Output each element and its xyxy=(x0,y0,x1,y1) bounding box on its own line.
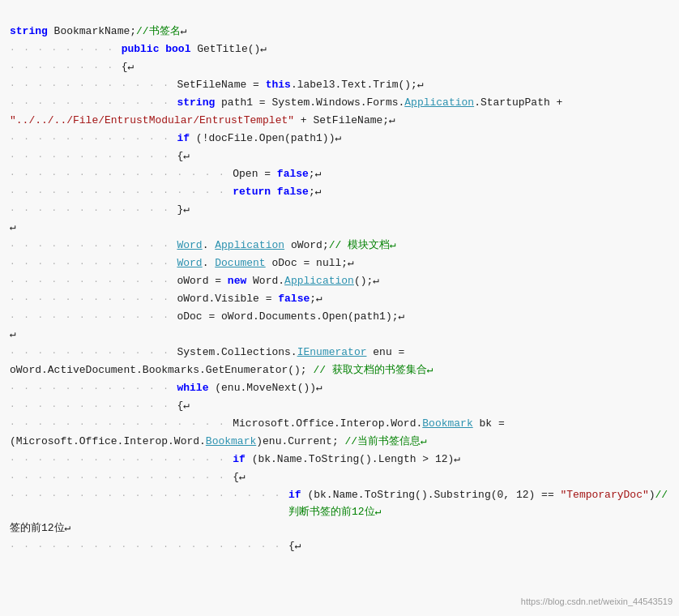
line: · · · · · · · · · · · · · · · · return f… xyxy=(10,184,669,202)
token-plain: (Microsoft.Office.Interop.Word. xyxy=(10,435,206,447)
line: · · · · · · · · · · · · oWord = new Word… xyxy=(10,273,669,291)
line-content: Microsoft.Office.Interop.Word.Bookmark b… xyxy=(233,416,669,433)
line-content: Open = false;↵ xyxy=(233,166,669,183)
token-plain: ;↵ xyxy=(309,186,322,198)
token-kw: string xyxy=(10,25,48,37)
token-plain: path1 = System.Windows.Forms. xyxy=(215,96,404,109)
token-plain: {↵ xyxy=(288,540,301,552)
line-content: {↵ xyxy=(122,59,669,76)
line-content: string BookmarkName;//书签名↵ xyxy=(10,24,669,41)
token-kw: false xyxy=(277,168,309,180)
line: (Microsoft.Office.Interop.Word.Bookmark)… xyxy=(10,434,669,451)
line-content: string path1 = System.Windows.Forms.Appl… xyxy=(177,95,669,112)
line: · · · · · · · · · · · · oWord.Visible = … xyxy=(10,291,669,309)
line-content: "../../../File/EntrustModular/EntrustTem… xyxy=(10,113,669,130)
line-content: ↵ xyxy=(10,327,669,344)
line: · · · · · · · · {↵ xyxy=(10,59,669,77)
token-plain: (bk.Name.ToString().Length > 12)↵ xyxy=(246,453,460,465)
line-dots: · · · · · · · · · · · · xyxy=(10,79,177,93)
token-kw: string xyxy=(177,96,215,109)
token-kw: public xyxy=(122,43,160,55)
line-dots: · · · · · · · · · · · · · · · · · · · · xyxy=(10,540,288,554)
line-dots: · · · · · · · · · · · · · · · · xyxy=(10,471,233,486)
token-plain: ;↵ xyxy=(310,293,322,305)
token-link: Bookmark xyxy=(422,417,472,430)
token-plain: (bk.Name.ToString().Substring(0, 12) == xyxy=(301,489,561,501)
token-plain: {↵ xyxy=(122,61,135,73)
token-comment: //书签名 xyxy=(136,25,181,37)
line-dots: · · · · · · · · · · · · · · · · xyxy=(10,417,233,432)
line: · · · · · · · · · · · · System.Collectio… xyxy=(10,344,669,362)
line-dots: · · · · · · · · · · · · · · · · xyxy=(10,168,233,182)
token-link: Word xyxy=(177,257,202,269)
token-plain: . xyxy=(203,239,216,251)
line-dots: · · · · · · · · · · · · · · · · xyxy=(10,453,233,468)
token-link: Bookmark xyxy=(206,435,256,447)
line: · · · · · · · · · · · · · · · · · · · · … xyxy=(10,538,669,556)
line-content: if (!docFile.Open(path1))↵ xyxy=(177,130,669,148)
line-dots: · · · · · · · · · · · · xyxy=(10,400,177,414)
line: · · · · · · · · · · · · Word. Document o… xyxy=(10,255,669,273)
line: · · · · · · · · · · · · · · · · Microsof… xyxy=(10,416,669,434)
token-plain: Open = xyxy=(233,168,277,180)
line-content: Word. Document oDoc = null;↵ xyxy=(177,255,669,272)
token-link: IEnumerator xyxy=(297,346,367,358)
line: · · · · · · · · · · · · if (!docFile.Ope… xyxy=(10,130,669,148)
token-plain: Word. xyxy=(246,275,284,287)
line: · · · · · · · · public bool GetTitle()↵ xyxy=(10,41,669,59)
token-plain: 签的前12位↵ xyxy=(10,522,70,534)
line: · · · · · · · · · · · · SetFileName = th… xyxy=(10,77,669,95)
line-dots: · · · · · · · · · · · · xyxy=(10,132,177,147)
line-content: oWord.ActiveDocument.Bookmarks.GetEnumer… xyxy=(10,362,669,379)
token-kw: false xyxy=(278,293,310,305)
token-plain: {↵ xyxy=(177,150,190,162)
line: · · · · · · · · · · · · oDoc = oWord.Doc… xyxy=(10,309,669,327)
token-plain: ↵ xyxy=(10,328,16,340)
line: · · · · · · · · · · · · {↵ xyxy=(10,398,669,416)
line-content: 签的前12位↵ xyxy=(10,520,669,537)
token-plain: oWord; xyxy=(284,239,329,251)
token-comment: // 模块文档↵ xyxy=(329,239,396,251)
token-plain: oWord.Visible = xyxy=(177,293,278,305)
line-dots: · · · · · · · · · · · · xyxy=(10,150,177,165)
line-content: while (enu.MoveNext())↵ xyxy=(177,380,669,397)
line-content: SetFileName = this.label3.Text.Trim();↵ xyxy=(177,77,669,94)
line: string BookmarkName;//书签名↵ xyxy=(10,24,669,41)
token-plain: {↵ xyxy=(177,400,190,412)
token-comment: //当前书签信息↵ xyxy=(344,435,426,447)
token-plain: }↵ xyxy=(177,203,190,216)
line: · · · · · · · · · · · · · · · · if (bk.N… xyxy=(10,451,669,469)
line: · · · · · · · · · · · · }↵ xyxy=(10,202,669,220)
line-dots: · · · · · · · · · · · · xyxy=(10,96,177,111)
line-dots: · · · · · · · · · · · · xyxy=(10,346,177,361)
line-content: {↵ xyxy=(177,148,669,165)
line-content: if (bk.Name.ToString().Substring(0, 12) … xyxy=(288,487,669,521)
line-dots: · · · · · · · · · · · · xyxy=(10,275,177,289)
token-kw: if xyxy=(233,453,246,465)
line: 签的前12位↵ xyxy=(10,520,669,538)
token-plain: ();↵ xyxy=(354,275,379,287)
token-plain: SetFileName = xyxy=(177,79,265,91)
token-str: "TemporaryDoc" xyxy=(561,489,649,501)
line-content: if (bk.Name.ToString().Length > 12)↵ xyxy=(233,451,669,468)
token-plain: {↵ xyxy=(233,471,246,483)
line-content: (Microsoft.Office.Interop.Word.Bookmark)… xyxy=(10,434,669,451)
line-content: {↵ xyxy=(177,398,669,415)
line-content: return false;↵ xyxy=(233,184,669,201)
token-plain xyxy=(271,186,277,198)
token-plain: + SetFileName;↵ xyxy=(294,114,395,126)
line-dots: · · · · · · · · · · · · · · · · · · · · xyxy=(10,489,288,503)
token-plain: ↵ xyxy=(10,221,16,233)
line: "../../../File/EntrustModular/EntrustTem… xyxy=(10,113,669,130)
token-plain: oWord.ActiveDocument.Bookmarks.GetEnumer… xyxy=(10,364,313,376)
token-plain: oWord = xyxy=(177,275,227,287)
token-plain: System.Collections. xyxy=(177,346,297,358)
line-dots: · · · · · · · · xyxy=(10,43,122,58)
token-plain: )enu.Current; xyxy=(256,435,344,447)
token-link: Application xyxy=(284,275,354,287)
token-kw: if xyxy=(177,132,190,144)
line-dots: · · · · · · · · · · · · xyxy=(10,310,177,325)
token-kw: new xyxy=(228,275,246,287)
line: oWord.ActiveDocument.Bookmarks.GetEnumer… xyxy=(10,362,669,380)
line: · · · · · · · · · · · · · · · · Open = f… xyxy=(10,166,669,184)
